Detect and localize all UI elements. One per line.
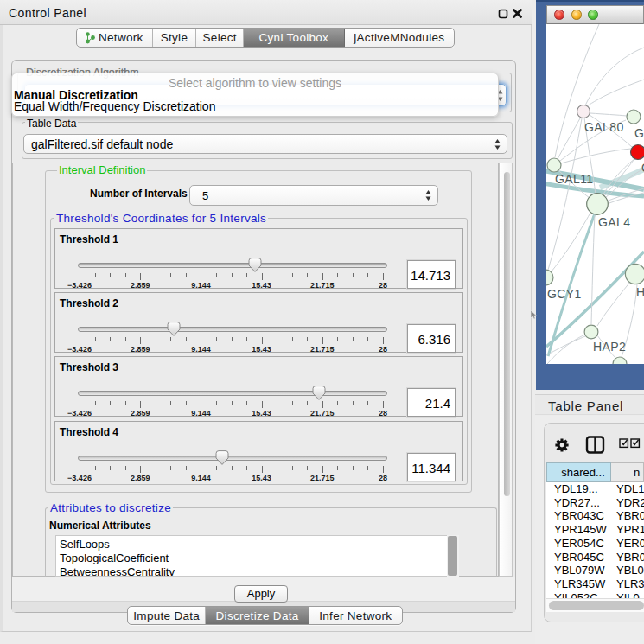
- svg-text:GAL4: GAL4: [598, 215, 630, 229]
- svg-text:GCY1: GCY1: [547, 287, 582, 301]
- svg-text:H: H: [636, 285, 644, 299]
- svg-text:GA: GA: [634, 126, 644, 140]
- svg-text:GAL11: GAL11: [555, 172, 594, 186]
- svg-text:HAP2: HAP2: [593, 340, 626, 354]
- svg-text:GAL80: GAL80: [584, 120, 624, 134]
